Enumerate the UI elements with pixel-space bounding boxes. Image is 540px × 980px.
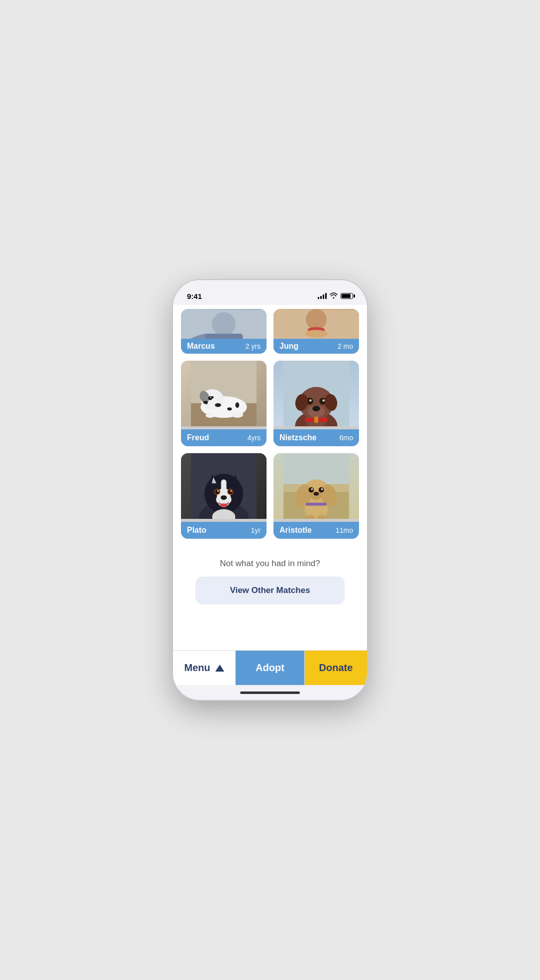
pet-name-nietzsche: Nietzsche <box>279 433 317 442</box>
svg-point-63 <box>308 487 314 492</box>
svg-point-51 <box>230 490 232 492</box>
nav-adopt-label: Adopt <box>256 662 284 674</box>
svg-point-13 <box>227 407 232 410</box>
pet-age-aristotle: 11mo <box>336 526 353 534</box>
pet-card-jung[interactable]: Jung 2 mo <box>273 309 359 354</box>
menu-arrow-icon <box>215 665 224 672</box>
nav-menu-button[interactable]: Menu <box>173 651 236 685</box>
view-matches-button[interactable]: View Other Matches <box>195 577 345 604</box>
svg-point-28 <box>312 406 320 411</box>
pet-age-marcus: 2 yrs <box>246 342 261 350</box>
svg-point-65 <box>311 488 313 490</box>
pet-name-marcus: Marcus <box>187 342 215 351</box>
svg-point-68 <box>314 492 319 496</box>
pet-card-marcus[interactable]: Marcus 2 yrs <box>181 309 267 354</box>
pet-card-plato[interactable]: Plato 1yr <box>181 453 267 539</box>
svg-rect-69 <box>306 502 327 505</box>
svg-point-48 <box>215 490 219 494</box>
nav-menu-label: Menu <box>184 662 210 674</box>
nav-donate-button[interactable]: Donate <box>305 651 367 685</box>
svg-point-66 <box>321 488 323 490</box>
battery-icon <box>341 293 353 299</box>
svg-rect-36 <box>314 417 318 423</box>
svg-point-7 <box>305 330 328 337</box>
svg-point-54 <box>220 503 228 507</box>
pet-card-plato-info: Plato 1yr <box>181 522 267 539</box>
home-indicator <box>173 685 367 700</box>
phone-shell: 9:41 <box>173 280 367 700</box>
main-content[interactable]: Marcus 2 yrs Jung 2 mo <box>173 305 367 650</box>
svg-point-32 <box>322 399 325 402</box>
svg-point-2 <box>212 312 236 336</box>
pet-card-marcus-info: Marcus 2 yrs <box>181 339 267 354</box>
pet-card-jung-info: Jung 2 mo <box>273 339 359 354</box>
svg-point-53 <box>221 495 227 500</box>
svg-point-21 <box>232 411 243 417</box>
pet-name-aristotle: Aristotle <box>279 526 312 535</box>
pet-age-nietzsche: 6mo <box>340 434 353 442</box>
pet-name-jung: Jung <box>279 342 298 351</box>
home-bar <box>240 691 300 694</box>
partial-pet-row: Marcus 2 yrs Jung 2 mo <box>181 309 359 354</box>
status-icons <box>318 293 353 300</box>
svg-point-18 <box>203 401 208 404</box>
signal-icon <box>318 293 327 299</box>
svg-point-12 <box>215 403 221 407</box>
svg-rect-42 <box>221 480 227 491</box>
pet-card-freud-info: Freud 4yrs <box>181 429 267 446</box>
nav-donate-label: Donate <box>319 662 353 674</box>
pet-card-nietzsche[interactable]: Nietzsche 6mo <box>273 361 359 446</box>
pet-age-plato: 1yr <box>251 526 261 534</box>
suggestion-text: Not what you had in mind? <box>220 559 320 569</box>
pet-name-freud: Freud <box>187 433 209 442</box>
pet-card-aristotle[interactable]: Aristotle 11mo <box>273 453 359 539</box>
svg-point-50 <box>217 490 219 492</box>
pet-age-jung: 2 mo <box>338 342 353 350</box>
bottom-nav: Menu Adopt Donate <box>173 650 367 685</box>
status-time: 9:41 <box>187 292 202 300</box>
svg-point-14 <box>235 402 239 408</box>
svg-point-49 <box>228 490 232 494</box>
suggestion-section: Not what you had in mind? View Other Mat… <box>181 543 359 614</box>
svg-point-64 <box>319 487 324 492</box>
nav-adopt-button[interactable]: Adopt <box>236 651 305 685</box>
pet-grid: Freud 4yrs <box>181 361 359 543</box>
svg-point-31 <box>309 399 312 402</box>
svg-point-5 <box>306 309 327 330</box>
wifi-icon <box>330 293 338 300</box>
notch <box>239 280 301 295</box>
svg-point-20 <box>210 397 211 398</box>
pet-card-nietzsche-info: Nietzsche 6mo <box>273 429 359 446</box>
pet-card-aristotle-info: Aristotle 11mo <box>273 522 359 539</box>
svg-point-22 <box>206 413 215 418</box>
pet-card-freud[interactable]: Freud 4yrs <box>181 361 267 446</box>
pet-age-freud: 4yrs <box>248 434 261 442</box>
pet-name-plato: Plato <box>187 526 206 535</box>
